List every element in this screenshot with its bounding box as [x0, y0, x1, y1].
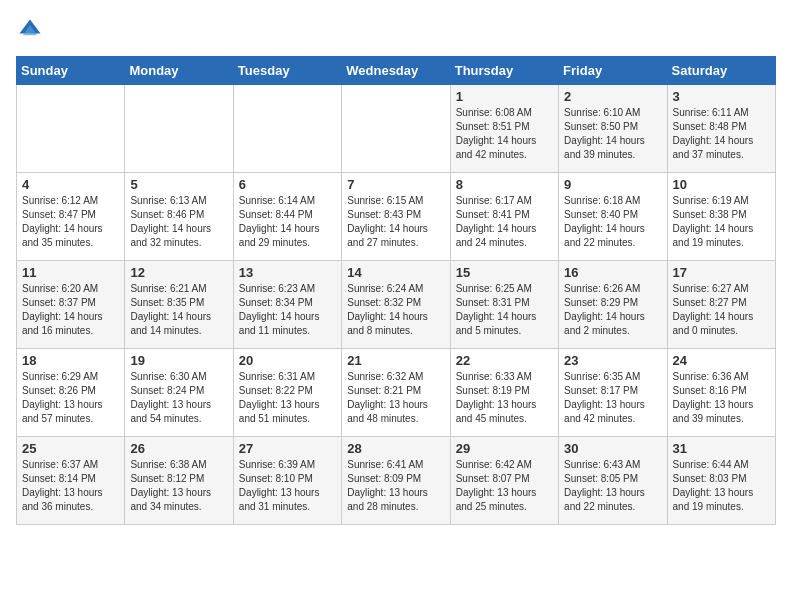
day-number: 22 [456, 353, 553, 368]
calendar-cell: 31Sunrise: 6:44 AM Sunset: 8:03 PM Dayli… [667, 437, 775, 525]
calendar-cell: 16Sunrise: 6:26 AM Sunset: 8:29 PM Dayli… [559, 261, 667, 349]
day-number: 30 [564, 441, 661, 456]
day-number: 1 [456, 89, 553, 104]
week-row-4: 25Sunrise: 6:37 AM Sunset: 8:14 PM Dayli… [17, 437, 776, 525]
day-number: 28 [347, 441, 444, 456]
day-info: Sunrise: 6:29 AM Sunset: 8:26 PM Dayligh… [22, 370, 119, 426]
calendar-cell: 22Sunrise: 6:33 AM Sunset: 8:19 PM Dayli… [450, 349, 558, 437]
day-number: 24 [673, 353, 770, 368]
day-info: Sunrise: 6:39 AM Sunset: 8:10 PM Dayligh… [239, 458, 336, 514]
day-number: 9 [564, 177, 661, 192]
day-number: 25 [22, 441, 119, 456]
calendar-cell: 15Sunrise: 6:25 AM Sunset: 8:31 PM Dayli… [450, 261, 558, 349]
day-info: Sunrise: 6:24 AM Sunset: 8:32 PM Dayligh… [347, 282, 444, 338]
calendar-cell: 10Sunrise: 6:19 AM Sunset: 8:38 PM Dayli… [667, 173, 775, 261]
calendar-cell: 2Sunrise: 6:10 AM Sunset: 8:50 PM Daylig… [559, 85, 667, 173]
weekday-header-tuesday: Tuesday [233, 57, 341, 85]
calendar-cell: 23Sunrise: 6:35 AM Sunset: 8:17 PM Dayli… [559, 349, 667, 437]
weekday-header-monday: Monday [125, 57, 233, 85]
day-info: Sunrise: 6:42 AM Sunset: 8:07 PM Dayligh… [456, 458, 553, 514]
day-number: 2 [564, 89, 661, 104]
day-info: Sunrise: 6:08 AM Sunset: 8:51 PM Dayligh… [456, 106, 553, 162]
calendar-cell: 19Sunrise: 6:30 AM Sunset: 8:24 PM Dayli… [125, 349, 233, 437]
day-info: Sunrise: 6:36 AM Sunset: 8:16 PM Dayligh… [673, 370, 770, 426]
day-number: 6 [239, 177, 336, 192]
calendar-cell: 12Sunrise: 6:21 AM Sunset: 8:35 PM Dayli… [125, 261, 233, 349]
day-info: Sunrise: 6:38 AM Sunset: 8:12 PM Dayligh… [130, 458, 227, 514]
calendar-cell: 27Sunrise: 6:39 AM Sunset: 8:10 PM Dayli… [233, 437, 341, 525]
day-number: 13 [239, 265, 336, 280]
day-number: 4 [22, 177, 119, 192]
calendar-cell: 20Sunrise: 6:31 AM Sunset: 8:22 PM Dayli… [233, 349, 341, 437]
day-info: Sunrise: 6:19 AM Sunset: 8:38 PM Dayligh… [673, 194, 770, 250]
week-row-0: 1Sunrise: 6:08 AM Sunset: 8:51 PM Daylig… [17, 85, 776, 173]
day-info: Sunrise: 6:43 AM Sunset: 8:05 PM Dayligh… [564, 458, 661, 514]
day-number: 18 [22, 353, 119, 368]
calendar-cell: 4Sunrise: 6:12 AM Sunset: 8:47 PM Daylig… [17, 173, 125, 261]
day-number: 12 [130, 265, 227, 280]
calendar-cell [233, 85, 341, 173]
calendar-cell: 13Sunrise: 6:23 AM Sunset: 8:34 PM Dayli… [233, 261, 341, 349]
day-info: Sunrise: 6:27 AM Sunset: 8:27 PM Dayligh… [673, 282, 770, 338]
day-info: Sunrise: 6:17 AM Sunset: 8:41 PM Dayligh… [456, 194, 553, 250]
calendar-cell: 11Sunrise: 6:20 AM Sunset: 8:37 PM Dayli… [17, 261, 125, 349]
day-number: 23 [564, 353, 661, 368]
day-info: Sunrise: 6:32 AM Sunset: 8:21 PM Dayligh… [347, 370, 444, 426]
calendar-cell: 29Sunrise: 6:42 AM Sunset: 8:07 PM Dayli… [450, 437, 558, 525]
day-number: 3 [673, 89, 770, 104]
day-number: 5 [130, 177, 227, 192]
day-number: 16 [564, 265, 661, 280]
calendar-cell [342, 85, 450, 173]
day-number: 20 [239, 353, 336, 368]
calendar-table: SundayMondayTuesdayWednesdayThursdayFrid… [16, 56, 776, 525]
day-number: 8 [456, 177, 553, 192]
day-info: Sunrise: 6:12 AM Sunset: 8:47 PM Dayligh… [22, 194, 119, 250]
calendar-cell: 28Sunrise: 6:41 AM Sunset: 8:09 PM Dayli… [342, 437, 450, 525]
day-number: 29 [456, 441, 553, 456]
calendar-cell [17, 85, 125, 173]
calendar-cell: 7Sunrise: 6:15 AM Sunset: 8:43 PM Daylig… [342, 173, 450, 261]
calendar-cell: 5Sunrise: 6:13 AM Sunset: 8:46 PM Daylig… [125, 173, 233, 261]
day-number: 19 [130, 353, 227, 368]
day-number: 31 [673, 441, 770, 456]
calendar-cell: 30Sunrise: 6:43 AM Sunset: 8:05 PM Dayli… [559, 437, 667, 525]
day-info: Sunrise: 6:18 AM Sunset: 8:40 PM Dayligh… [564, 194, 661, 250]
day-number: 17 [673, 265, 770, 280]
page-header [16, 16, 776, 44]
calendar-cell: 3Sunrise: 6:11 AM Sunset: 8:48 PM Daylig… [667, 85, 775, 173]
day-number: 21 [347, 353, 444, 368]
day-info: Sunrise: 6:26 AM Sunset: 8:29 PM Dayligh… [564, 282, 661, 338]
week-row-2: 11Sunrise: 6:20 AM Sunset: 8:37 PM Dayli… [17, 261, 776, 349]
day-info: Sunrise: 6:10 AM Sunset: 8:50 PM Dayligh… [564, 106, 661, 162]
calendar-cell: 8Sunrise: 6:17 AM Sunset: 8:41 PM Daylig… [450, 173, 558, 261]
day-info: Sunrise: 6:14 AM Sunset: 8:44 PM Dayligh… [239, 194, 336, 250]
calendar-cell: 24Sunrise: 6:36 AM Sunset: 8:16 PM Dayli… [667, 349, 775, 437]
calendar-cell: 17Sunrise: 6:27 AM Sunset: 8:27 PM Dayli… [667, 261, 775, 349]
day-number: 26 [130, 441, 227, 456]
day-info: Sunrise: 6:33 AM Sunset: 8:19 PM Dayligh… [456, 370, 553, 426]
calendar-cell [125, 85, 233, 173]
calendar-cell: 6Sunrise: 6:14 AM Sunset: 8:44 PM Daylig… [233, 173, 341, 261]
day-info: Sunrise: 6:20 AM Sunset: 8:37 PM Dayligh… [22, 282, 119, 338]
calendar-cell: 26Sunrise: 6:38 AM Sunset: 8:12 PM Dayli… [125, 437, 233, 525]
day-number: 27 [239, 441, 336, 456]
day-info: Sunrise: 6:25 AM Sunset: 8:31 PM Dayligh… [456, 282, 553, 338]
day-info: Sunrise: 6:13 AM Sunset: 8:46 PM Dayligh… [130, 194, 227, 250]
weekday-header-saturday: Saturday [667, 57, 775, 85]
logo-icon [16, 16, 44, 44]
day-info: Sunrise: 6:41 AM Sunset: 8:09 PM Dayligh… [347, 458, 444, 514]
day-number: 14 [347, 265, 444, 280]
weekday-header-row: SundayMondayTuesdayWednesdayThursdayFrid… [17, 57, 776, 85]
day-info: Sunrise: 6:23 AM Sunset: 8:34 PM Dayligh… [239, 282, 336, 338]
week-row-3: 18Sunrise: 6:29 AM Sunset: 8:26 PM Dayli… [17, 349, 776, 437]
day-number: 10 [673, 177, 770, 192]
day-info: Sunrise: 6:30 AM Sunset: 8:24 PM Dayligh… [130, 370, 227, 426]
weekday-header-friday: Friday [559, 57, 667, 85]
weekday-header-thursday: Thursday [450, 57, 558, 85]
day-info: Sunrise: 6:15 AM Sunset: 8:43 PM Dayligh… [347, 194, 444, 250]
weekday-header-sunday: Sunday [17, 57, 125, 85]
calendar-cell: 25Sunrise: 6:37 AM Sunset: 8:14 PM Dayli… [17, 437, 125, 525]
day-info: Sunrise: 6:31 AM Sunset: 8:22 PM Dayligh… [239, 370, 336, 426]
weekday-header-wednesday: Wednesday [342, 57, 450, 85]
calendar-cell: 14Sunrise: 6:24 AM Sunset: 8:32 PM Dayli… [342, 261, 450, 349]
